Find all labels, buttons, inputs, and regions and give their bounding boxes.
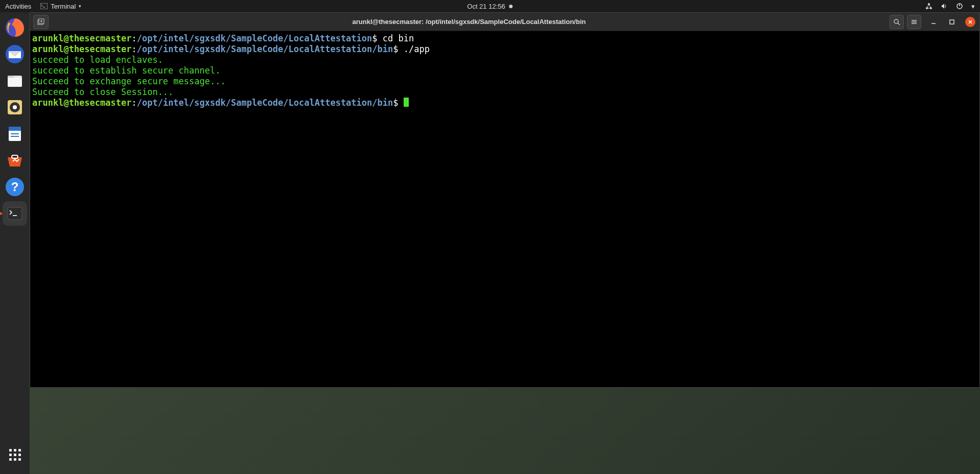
prompt-user: arunkl@thesecmaster [32,98,131,108]
prompt-path: /opt/intel/sgxsdk/SampleCode/LocalAttest… [137,44,393,54]
search-button[interactable] [890,15,904,29]
power-icon[interactable] [956,3,963,10]
svg-rect-0 [40,3,48,9]
terminal-body[interactable]: arunkl@thesecmaster:/opt/intel/sgxsdk/Sa… [30,31,979,387]
cursor-icon [404,98,409,107]
output-text: Succeed to close Session... [32,87,173,97]
volume-icon[interactable] [941,3,948,10]
output-text: succeed to establish secure channel. [32,65,220,76]
dock-item-thunderbird[interactable] [3,42,27,66]
svg-point-31 [894,19,898,23]
apps-grid-icon [9,449,21,461]
svg-text:?: ? [11,180,19,194]
chevron-down-icon: ▾ [79,4,81,9]
terminal-line: arunkl@thesecmaster:/opt/intel/sgxsdk/Sa… [32,33,977,44]
command-text: cd bin [383,33,414,43]
svg-rect-25 [8,207,22,220]
hamburger-menu-button[interactable] [907,15,921,29]
dock-item-ubuntu-software[interactable] [3,148,27,173]
dock-item-libreoffice-writer[interactable] [3,122,27,146]
svg-rect-19 [9,127,21,131]
window-titlebar: arunkl@thesecmaster: /opt/intel/sgxsdk/S… [30,13,979,31]
notification-dot-icon [509,5,513,8]
output-text: Succeed to exchange secure message... [32,76,226,86]
titlebar-right [890,15,976,29]
terminal-line: succeed to load enclaves. [32,55,977,65]
terminal-line: Succeed to close Session... [32,87,977,98]
svg-line-32 [898,23,900,25]
dock-item-firefox[interactable] [3,15,27,40]
command-text: ./app [404,44,430,54]
terminal-line: arunkl@thesecmaster:/opt/intel/sgxsdk/Sa… [32,44,977,55]
panel-center[interactable]: Oct 21 12:56 [467,3,512,10]
prompt-colon: : [131,98,136,108]
svg-rect-14 [8,78,22,87]
terminal-line: arunkl@thesecmaster:/opt/intel/sgxsdk/Sa… [32,98,977,108]
prompt-user: arunkl@thesecmaster [32,44,131,54]
terminal-icon [40,3,48,9]
dock-item-rhythmbox[interactable] [3,95,27,120]
show-applications-button[interactable] [3,442,27,467]
panel-left: Activities Terminal ▾ [5,3,81,10]
prompt-user: arunkl@thesecmaster [32,33,131,43]
dock: ? [0,12,30,474]
output-text: succeed to load enclaves. [32,55,163,65]
prompt-dollar: $ [393,98,403,108]
datetime-label: Oct 21 12:56 [467,3,505,10]
terminal-line: Succeed to exchange secure message... [32,76,977,87]
maximize-button[interactable] [946,16,958,28]
new-tab-button[interactable] [33,15,49,29]
minimize-button[interactable] [927,16,940,28]
prompt-path: /opt/intel/sgxsdk/SampleCode/LocalAttest… [137,33,372,43]
svg-point-17 [13,105,17,109]
svg-rect-22 [12,155,18,158]
prompt-dollar: $ [372,33,382,43]
prompt-colon: : [131,44,136,54]
svg-rect-37 [950,20,954,24]
dock-item-terminal[interactable] [3,201,27,226]
close-button[interactable] [965,17,975,27]
top-panel: Activities Terminal ▾ Oct 21 12:56 ▾ [0,0,980,12]
prompt-colon: : [131,33,136,43]
panel-right: ▾ [925,3,975,10]
prompt-dollar: $ [393,44,403,54]
svg-line-6 [929,4,931,8]
chevron-down-icon[interactable]: ▾ [971,3,975,10]
window-title: arunkl@thesecmaster: /opt/intel/sgxsdk/S… [52,18,886,26]
dock-item-help[interactable]: ? [3,175,27,199]
activities-button[interactable]: Activities [5,3,31,10]
dock-item-files[interactable] [3,68,27,93]
svg-line-5 [927,4,929,8]
app-menu[interactable]: Terminal ▾ [40,3,81,10]
terminal-line: succeed to establish secure channel. [32,65,977,76]
network-icon[interactable] [925,3,932,10]
terminal-window: arunkl@thesecmaster: /opt/intel/sgxsdk/S… [30,12,980,388]
prompt-path: /opt/intel/sgxsdk/SampleCode/LocalAttest… [137,98,393,108]
app-menu-label: Terminal [51,3,76,10]
